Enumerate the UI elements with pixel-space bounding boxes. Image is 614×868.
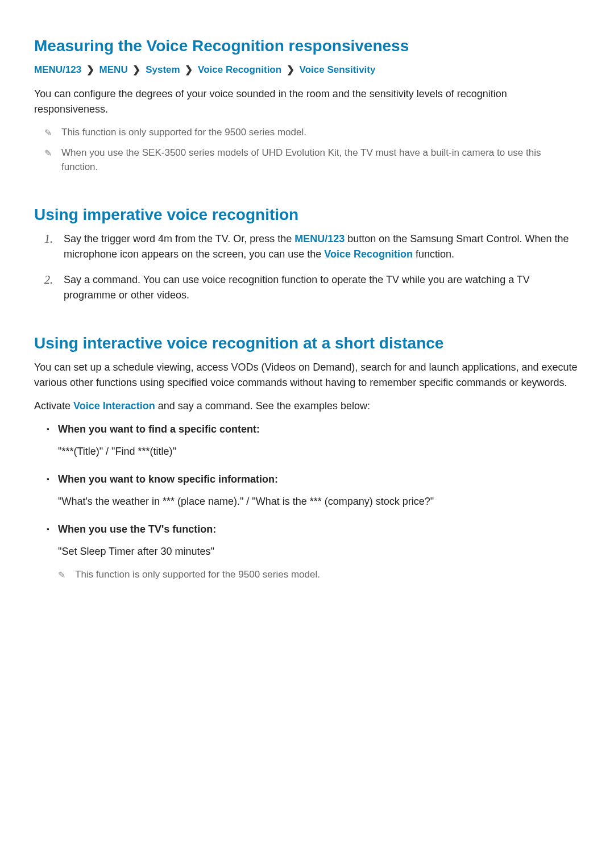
bullet-item: When you want to know specific informati… [34, 472, 580, 509]
chevron-right-icon: ❯ [185, 64, 193, 75]
section-title-3: Using interactive voice recognition at a… [34, 331, 580, 355]
breadcrumb-item[interactable]: System [146, 64, 180, 75]
bullet-list: When you want to find a specific content… [34, 422, 580, 582]
bullet-example: "***(Title)" / "Find ***(title)" [58, 444, 580, 459]
step-number: 1. [44, 231, 64, 246]
intro-text: You can set up a schedule viewing, acces… [34, 360, 580, 391]
bullet-item: When you want to find a specific content… [34, 422, 580, 459]
step-number: 2. [44, 272, 64, 287]
chevron-right-icon: ❯ [287, 64, 294, 75]
bullet-title: When you want to know specific informati… [58, 472, 580, 487]
bullet-item: When you use the TV's function: "Set Sle… [34, 522, 580, 582]
step-text: Say a command. You can use voice recogni… [64, 272, 580, 303]
note-text: This function is only supported for the … [75, 567, 580, 582]
note-list: ✎ This function is only supported for th… [34, 125, 580, 175]
note-item: ✎ When you use the SEK-3500 series model… [34, 146, 580, 175]
bullet-example: "What's the weather in *** (place name).… [58, 494, 580, 509]
breadcrumb-item[interactable]: Voice Recognition [198, 64, 281, 75]
section-imperative: Using imperative voice recognition 1. Sa… [34, 203, 580, 303]
section-interactive: Using interactive voice recognition at a… [34, 331, 580, 582]
voice-interaction-link[interactable]: Voice Interaction [73, 400, 155, 412]
step-text: Say the trigger word 4m from the TV. Or,… [64, 231, 580, 262]
activate-text: Activate Voice Interaction and say a com… [34, 398, 580, 414]
breadcrumb-item[interactable]: MENU/123 [34, 64, 81, 75]
pencil-icon: ✎ [44, 126, 61, 140]
breadcrumb: MENU/123 ❯ MENU ❯ System ❯ Voice Recogni… [34, 63, 580, 77]
bullet-title: When you want to find a specific content… [58, 422, 580, 437]
chevron-right-icon: ❯ [86, 64, 94, 75]
breadcrumb-item[interactable]: Voice Sensitivity [300, 64, 376, 75]
intro-text: You can configure the degrees of your vo… [34, 86, 580, 117]
note-item: ✎ This function is only supported for th… [34, 125, 580, 140]
chevron-right-icon: ❯ [132, 64, 140, 75]
pencil-icon: ✎ [44, 147, 61, 160]
menu123-link[interactable]: MENU/123 [294, 233, 345, 244]
section-title-1: Measuring the Voice Recognition responsi… [34, 34, 580, 58]
nested-note: ✎ This function is only supported for th… [58, 567, 580, 582]
step-item: 1. Say the trigger word 4m from the TV. … [34, 231, 580, 262]
note-text: When you use the SEK-3500 series models … [61, 146, 580, 175]
pencil-icon: ✎ [58, 568, 75, 582]
numbered-list: 1. Say the trigger word 4m from the TV. … [34, 231, 580, 303]
note-text: This function is only supported for the … [61, 125, 580, 140]
bullet-example: "Set Sleep Timer after 30 minutes" [58, 544, 580, 559]
section-title-2: Using imperative voice recognition [34, 203, 580, 227]
breadcrumb-item[interactable]: MENU [99, 64, 128, 75]
section-measuring: Measuring the Voice Recognition responsi… [34, 34, 580, 175]
step-item: 2. Say a command. You can use voice reco… [34, 272, 580, 303]
voice-recognition-link[interactable]: Voice Recognition [324, 248, 413, 260]
bullet-title: When you use the TV's function: [58, 522, 580, 537]
